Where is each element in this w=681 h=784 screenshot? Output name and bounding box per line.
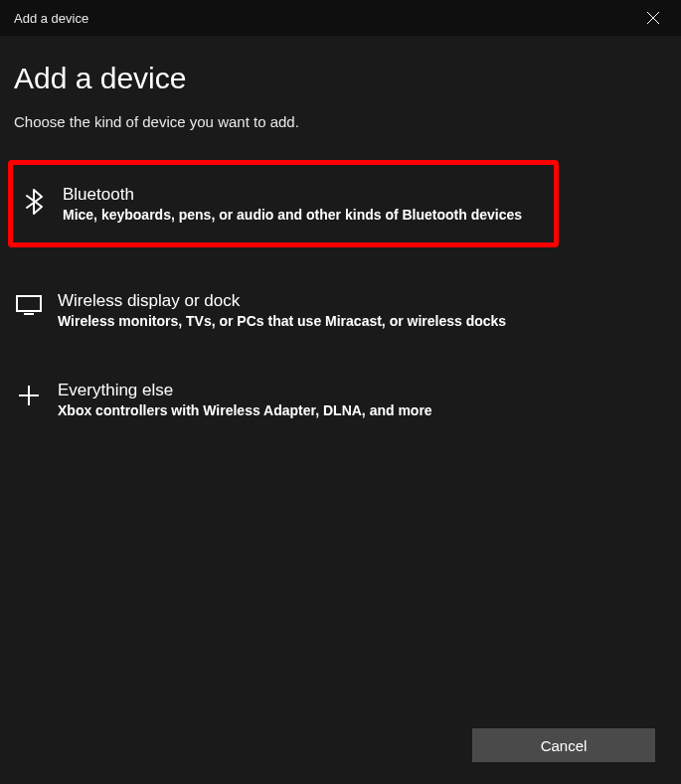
svg-rect-2 <box>17 296 41 311</box>
close-icon <box>646 11 660 25</box>
titlebar: Add a device <box>0 0 681 36</box>
option-title: Everything else <box>58 381 432 400</box>
option-title: Bluetooth <box>63 185 522 205</box>
option-wireless-display[interactable]: Wireless display or dock Wireless monito… <box>14 283 667 337</box>
display-icon <box>14 295 44 315</box>
option-text: Wireless display or dock Wireless monito… <box>58 291 506 329</box>
option-text: Everything else Xbox controllers with Wi… <box>58 381 432 418</box>
page-subheading: Choose the kind of device you want to ad… <box>14 113 667 130</box>
titlebar-title: Add a device <box>14 11 88 26</box>
close-button[interactable] <box>639 4 667 32</box>
option-desc: Mice, keyboards, pens, or audio and othe… <box>63 207 522 223</box>
dialog-footer: Cancel <box>472 728 655 762</box>
device-options-list: Bluetooth Mice, keyboards, pens, or audi… <box>14 160 667 426</box>
option-title: Wireless display or dock <box>58 291 506 311</box>
dialog-content: Add a device Choose the kind of device y… <box>0 36 681 426</box>
option-bluetooth[interactable]: Bluetooth Mice, keyboards, pens, or audi… <box>8 160 559 247</box>
bluetooth-icon <box>19 189 49 215</box>
option-text: Bluetooth Mice, keyboards, pens, or audi… <box>63 185 522 223</box>
option-everything-else[interactable]: Everything else Xbox controllers with Wi… <box>14 373 667 426</box>
option-desc: Wireless monitors, TVs, or PCs that use … <box>58 313 506 329</box>
option-desc: Xbox controllers with Wireless Adapter, … <box>58 402 432 418</box>
cancel-button[interactable]: Cancel <box>472 728 655 762</box>
plus-icon <box>14 385 44 406</box>
page-heading: Add a device <box>14 62 667 95</box>
